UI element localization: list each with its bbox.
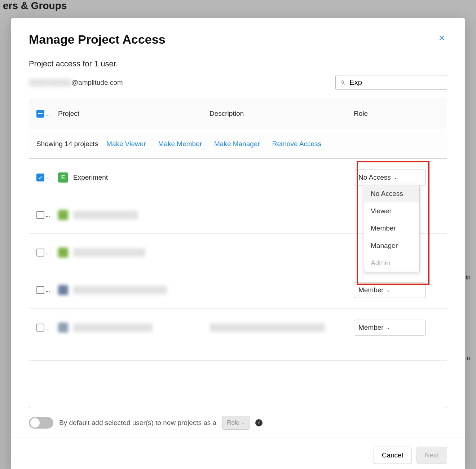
default-role-row: By default add selected user(s) to new p… xyxy=(11,408,465,438)
search-box[interactable] xyxy=(335,75,447,90)
modal-footer: Cancel Next xyxy=(11,438,465,469)
modal-header: Manage Project Access xyxy=(11,18,465,50)
row-checkbox[interactable] xyxy=(36,249,44,257)
project-name-blurred xyxy=(73,211,138,219)
project-name-blurred xyxy=(73,323,153,332)
user-search-row: xxxxx xxxxxx@amplitude.com xyxy=(11,69,465,98)
project-name-blurred xyxy=(73,286,167,294)
role-dropdown-label: Member xyxy=(358,286,384,294)
default-role-select[interactable]: Role ⌄ xyxy=(222,416,250,430)
user-email: xxxxx xxxxxx@amplitude.com xyxy=(29,79,123,87)
table-body[interactable]: ... E Experiment No Access ⌄ No Ac xyxy=(29,159,447,408)
table-header-row: ... Project Description Role xyxy=(29,98,447,129)
user-email-suffix: @amplitude.com xyxy=(71,79,123,86)
projects-table: ... Project Description Role Showing 14 … xyxy=(29,98,447,408)
project-desc-blurred xyxy=(210,323,325,332)
table-row xyxy=(29,346,447,361)
column-project: Project xyxy=(58,110,210,118)
bulk-action-bar: Showing 14 projects Make Viewer Make Mem… xyxy=(29,129,447,159)
project-name: Experiment xyxy=(73,174,108,181)
check-icon xyxy=(38,175,43,180)
modal-subtitle: Project access for 1 user. xyxy=(29,59,447,69)
manage-project-access-modal: Manage Project Access Project access for… xyxy=(11,18,465,469)
row-more-icon[interactable]: ... xyxy=(45,174,50,181)
close-icon xyxy=(438,34,446,42)
default-role-text: By default add selected user(s) to new p… xyxy=(59,419,216,427)
row-more-icon[interactable]: ... xyxy=(45,211,50,219)
select-all-checkbox[interactable] xyxy=(36,110,44,118)
indeterminate-icon xyxy=(38,113,43,114)
role-option-admin[interactable]: Admin xyxy=(364,254,419,272)
project-name-blurred xyxy=(73,248,145,257)
modal-subheader: Project access for 1 user. xyxy=(11,50,465,69)
cancel-button[interactable]: Cancel xyxy=(374,447,411,464)
role-dropdown[interactable]: Member ⌄ xyxy=(354,320,426,336)
project-icon xyxy=(58,285,68,295)
column-description: Description xyxy=(210,110,354,118)
modal-title: Manage Project Access xyxy=(29,32,166,47)
row-checkbox[interactable] xyxy=(36,211,44,219)
role-dropdown-label: Member xyxy=(358,324,384,332)
role-dropdown[interactable]: No Access ⌄ xyxy=(354,170,426,185)
remove-access-link[interactable]: Remove Access xyxy=(272,140,321,148)
role-option-manager[interactable]: Manager xyxy=(364,237,419,254)
header-more-icon[interactable]: ... xyxy=(45,110,50,117)
project-icon: E xyxy=(58,172,68,183)
project-icon xyxy=(58,323,68,333)
role-option-viewer[interactable]: Viewer xyxy=(364,202,419,220)
row-checkbox[interactable] xyxy=(36,286,44,294)
role-option-no-access[interactable]: No Access xyxy=(364,185,419,202)
table-row: ... Member ⌄ xyxy=(29,271,447,309)
project-icon xyxy=(58,247,68,258)
default-role-toggle[interactable] xyxy=(29,417,53,429)
role-dropdown-label: No Access xyxy=(358,174,391,181)
toggle-knob xyxy=(30,418,40,428)
row-more-icon[interactable]: ... xyxy=(45,286,50,294)
row-checkbox[interactable] xyxy=(36,174,44,181)
project-icon xyxy=(58,210,68,220)
make-member-link[interactable]: Make Member xyxy=(158,140,202,148)
table-row: ... E Experiment No Access ⌄ No Ac xyxy=(29,159,447,196)
info-icon[interactable]: i xyxy=(255,419,263,426)
row-checkbox[interactable] xyxy=(36,324,44,332)
search-icon xyxy=(340,79,346,86)
make-viewer-link[interactable]: Make Viewer xyxy=(106,140,146,148)
make-manager-link[interactable]: Make Manager xyxy=(214,140,260,148)
chevron-down-icon: ⌄ xyxy=(394,175,397,180)
role-dropdown-menu: No Access Viewer Member Manager Admin xyxy=(364,185,420,272)
default-role-label: Role xyxy=(227,419,239,426)
role-dropdown[interactable]: Member ⌄ xyxy=(354,282,426,298)
column-role: Role xyxy=(354,110,426,118)
close-button[interactable] xyxy=(436,32,447,45)
showing-count: Showing 14 projects xyxy=(36,140,98,148)
chevron-down-icon: ⌄ xyxy=(387,288,390,293)
table-row: ... Member ⌄ xyxy=(29,309,447,346)
chevron-down-icon: ⌄ xyxy=(242,421,245,425)
chevron-down-icon: ⌄ xyxy=(387,325,390,330)
row-more-icon[interactable]: ... xyxy=(45,249,50,256)
row-more-icon[interactable]: ... xyxy=(45,324,50,331)
role-option-member[interactable]: Member xyxy=(364,220,419,237)
search-input[interactable] xyxy=(349,78,442,87)
next-button[interactable]: Next xyxy=(416,447,447,464)
